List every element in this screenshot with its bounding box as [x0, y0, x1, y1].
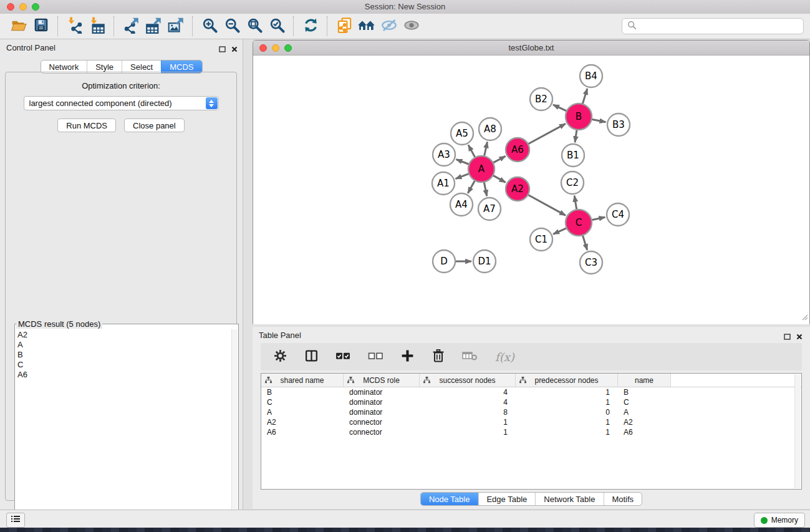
graph-node-A2[interactable]: A2 — [506, 177, 529, 201]
network-graph[interactable]: B4B2BB3A5A8A6A3B1AA1C2A2A4A7C4CC1C3DD1 — [253, 56, 809, 324]
export-image-button[interactable] — [165, 16, 187, 37]
network-window-titlebar[interactable]: testGlobe.txt — [253, 41, 809, 56]
graph-node-B4[interactable]: B4 — [580, 65, 602, 87]
mcds-result-item[interactable]: A6 — [17, 370, 232, 380]
float-panel-icon[interactable] — [219, 44, 226, 55]
table-row[interactable]: A2connector11A2 — [261, 417, 801, 427]
optimization-criterion-label: Optimization criterion: — [6, 81, 236, 90]
show-all-button[interactable] — [400, 16, 423, 37]
close-panel-icon[interactable] — [231, 44, 238, 55]
graph-node-C1[interactable]: C1 — [530, 228, 552, 251]
memory-button[interactable]: Memory — [754, 513, 805, 528]
select-all-button[interactable] — [335, 349, 351, 365]
status-bar: Memory — [0, 510, 810, 528]
import-network-button[interactable] — [64, 16, 86, 37]
table-row[interactable]: A6connector11A6 — [261, 427, 801, 437]
graph-node-B1[interactable]: B1 — [562, 144, 584, 167]
refresh-button[interactable] — [299, 16, 322, 37]
function-builder-button[interactable]: f(x) — [495, 351, 514, 364]
delete-table-button[interactable] — [462, 349, 478, 365]
resize-grip-icon[interactable] — [800, 312, 809, 324]
control-panel: Control Panel NetworkStyleSelectMCDS Opt… — [0, 39, 243, 510]
close-panel-button[interactable]: Close panel — [124, 118, 185, 132]
export-table-button[interactable] — [142, 16, 165, 37]
zoom-out-button[interactable] — [221, 16, 243, 37]
table-tab-motifs[interactable]: Motifs — [603, 493, 642, 505]
graph-node-D[interactable]: D — [433, 250, 455, 273]
mcds-result-item[interactable]: B — [17, 350, 232, 360]
graph-node-A5[interactable]: A5 — [451, 122, 473, 145]
zoom-fit-button[interactable] — [243, 16, 266, 37]
new-network-from-selection-button[interactable] — [333, 16, 355, 37]
columns-button[interactable] — [304, 349, 319, 365]
graph-node-D1[interactable]: D1 — [473, 250, 496, 273]
graph-node-B[interactable]: B — [566, 104, 592, 130]
graph-node-C[interactable]: C — [566, 210, 592, 236]
table-row[interactable]: Cdominator41C — [261, 397, 801, 407]
deselect-all-button[interactable] — [368, 349, 383, 365]
search-field[interactable] — [622, 18, 804, 34]
zoom-out-icon — [224, 17, 241, 36]
hide-selected-button[interactable] — [378, 16, 400, 37]
graph-node-C3[interactable]: C3 — [580, 251, 602, 274]
graph-edge-C-C2 — [574, 196, 577, 210]
column-header-MCDS-role[interactable]: MCDS role — [344, 374, 420, 387]
column-header-successor-nodes[interactable]: successor nodes — [420, 374, 516, 387]
add-button[interactable] — [400, 349, 415, 365]
graph-node-A1[interactable]: A1 — [432, 172, 455, 195]
run-mcds-button[interactable]: Run MCDS — [57, 118, 116, 132]
zoom-in-button[interactable] — [198, 16, 221, 37]
mcds-result-item[interactable]: A2 — [17, 330, 232, 340]
column-header-shared-name[interactable]: shared name — [261, 374, 344, 387]
table-tab-edge-table[interactable]: Edge Table — [478, 493, 535, 505]
mcds-result-item[interactable]: C — [17, 360, 232, 370]
import-table-button[interactable] — [86, 16, 108, 37]
column-header-predecessor-nodes[interactable]: predecessor nodes — [516, 374, 618, 387]
table-cell: dominator — [344, 408, 420, 417]
graph-node-C2[interactable]: C2 — [561, 172, 584, 194]
table-tab-network-table[interactable]: Network Table — [535, 493, 603, 505]
export-network-button[interactable] — [120, 16, 142, 37]
graph-node-A8[interactable]: A8 — [479, 118, 501, 140]
task-history-button[interactable] — [6, 513, 25, 528]
close-table-panel-icon[interactable] — [796, 331, 803, 342]
network-canvas[interactable]: B4B2BB3A5A8A6A3B1AA1C2A2A4A7C4CC1C3DD1 — [253, 56, 809, 324]
tab-network[interactable]: Network — [41, 60, 87, 73]
export-network-icon — [123, 17, 140, 36]
import-network-icon — [67, 17, 84, 36]
table-row[interactable]: Adominator80A — [261, 407, 801, 417]
settings-button[interactable] — [273, 349, 287, 365]
graph-node-C4[interactable]: C4 — [607, 203, 629, 226]
table-row[interactable]: Bdominator41B — [261, 387, 801, 397]
graph-node-A4[interactable]: A4 — [450, 193, 473, 216]
graph-node-A7[interactable]: A7 — [478, 198, 501, 220]
graph-node-A[interactable]: A — [468, 156, 494, 182]
result-list-scrollbar[interactable] — [231, 329, 238, 530]
svg-text:B: B — [576, 111, 582, 122]
svg-text:B1: B1 — [567, 150, 579, 161]
tab-style[interactable]: Style — [87, 60, 122, 73]
optimization-criterion-dropdown[interactable]: largest connected component (directed) — [24, 96, 219, 110]
mcds-result-item[interactable]: A — [17, 340, 232, 350]
svg-text:B2: B2 — [535, 94, 547, 105]
search-input[interactable] — [640, 21, 803, 32]
table-scrollbar[interactable] — [794, 374, 801, 488]
open-session-button[interactable] — [7, 16, 30, 37]
search-icon — [627, 21, 637, 32]
save-session-button[interactable] — [30, 16, 52, 37]
graph-node-A3[interactable]: A3 — [433, 143, 455, 166]
zoom-selected-button[interactable] — [266, 16, 288, 37]
first-neighbors-button[interactable] — [355, 16, 378, 37]
float-table-panel-icon[interactable] — [784, 331, 791, 342]
tab-mcds[interactable]: MCDS — [161, 60, 201, 73]
desktop-background — [0, 528, 810, 532]
graph-node-A6[interactable]: A6 — [506, 138, 529, 162]
delete-button[interactable] — [432, 349, 445, 365]
graph-edge-A-A1 — [456, 173, 470, 178]
table-tab-node-table[interactable]: Node Table — [421, 493, 478, 505]
graph-node-B2[interactable]: B2 — [530, 88, 552, 110]
tab-select[interactable]: Select — [122, 60, 161, 73]
svg-text:A: A — [478, 163, 485, 175]
column-header-name[interactable]: name — [618, 374, 671, 387]
graph-node-B3[interactable]: B3 — [607, 114, 630, 136]
